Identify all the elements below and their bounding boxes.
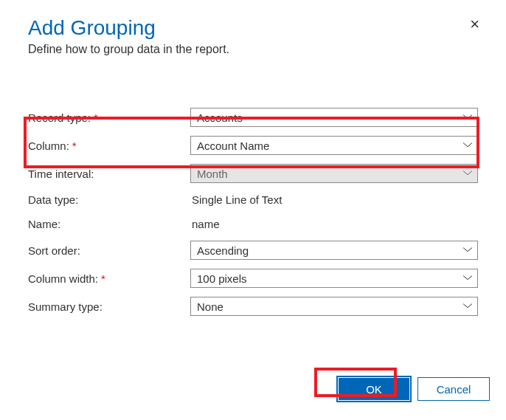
column-label: Column:*: [28, 140, 190, 152]
record-type-label: Record type:*: [28, 111, 190, 124]
required-indicator: *: [101, 272, 105, 285]
chevron-down-icon: [462, 142, 473, 148]
required-indicator: *: [94, 111, 98, 124]
summary-type-select[interactable]: None: [190, 297, 478, 316]
ok-button[interactable]: OK: [338, 377, 410, 401]
grouping-form: Record type:* Accounts Column:* Account …: [28, 108, 478, 316]
add-grouping-dialog: × Add Grouping Define how to group data …: [0, 0, 506, 420]
dialog-title: Add Grouping: [28, 16, 478, 40]
chevron-down-icon: [462, 171, 473, 176]
sort-order-label: Sort order:: [28, 244, 190, 257]
time-interval-select: Month: [190, 164, 478, 183]
chevron-down-icon: [462, 247, 473, 253]
record-type-select[interactable]: Accounts: [190, 108, 478, 127]
chevron-down-icon: [462, 303, 473, 309]
time-interval-label: Time interval:: [28, 168, 190, 180]
required-indicator: *: [72, 140, 77, 152]
sort-order-select[interactable]: Ascending: [190, 241, 478, 260]
name-value: name: [190, 216, 478, 232]
close-icon[interactable]: ×: [470, 16, 479, 32]
column-select[interactable]: Account Name: [190, 136, 478, 155]
dialog-footer: OK Cancel: [338, 377, 490, 401]
data-type-label: Data type:: [28, 193, 190, 206]
chevron-down-icon: [462, 275, 473, 281]
name-label: Name:: [28, 218, 190, 230]
column-value: Account Name: [197, 140, 269, 152]
column-width-label: Column width:*: [28, 272, 190, 285]
time-interval-value: Month: [197, 168, 228, 180]
column-width-select[interactable]: 100 pixels: [190, 269, 478, 288]
dialog-subtitle: Define how to group data in the report.: [28, 43, 478, 56]
chevron-down-icon: [462, 114, 473, 120]
column-width-value: 100 pixels: [197, 272, 247, 285]
cancel-button[interactable]: Cancel: [417, 377, 490, 401]
record-type-value: Accounts: [197, 111, 243, 124]
sort-order-value: Ascending: [197, 244, 249, 257]
data-type-value: Single Line of Text: [190, 192, 478, 207]
summary-type-label: Summary type:: [28, 300, 190, 313]
summary-type-value: None: [197, 300, 223, 313]
